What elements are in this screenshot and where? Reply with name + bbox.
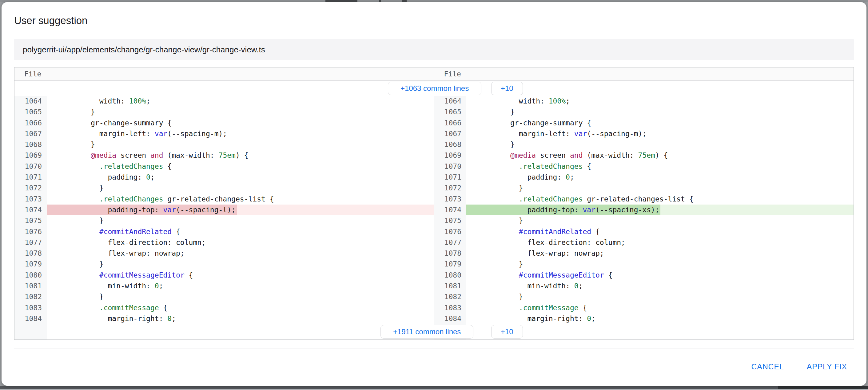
code-text: margin-right: 0; — [65, 314, 176, 323]
code-line-right: #commitMessageEditor { — [466, 270, 854, 281]
code-text: gr-change-summary { — [485, 119, 591, 127]
background-remnant — [402, 0, 407, 2]
code-text: } — [65, 292, 104, 301]
code-line-right: } — [466, 183, 854, 193]
gutter-fill — [14, 324, 47, 339]
line-number-right: 1077 — [434, 237, 466, 248]
code-text: margin-left: var(--spacing-m); — [485, 130, 647, 138]
diff-row: 1074 padding-top: var(--spacing-l);1074 … — [14, 204, 854, 215]
code-line-left: min-width: 0; — [47, 281, 434, 291]
code-line-right: min-width: 0; — [466, 281, 854, 291]
code-text: #commitMessageEditor { — [485, 271, 612, 279]
code-text: min-width: 0; — [485, 282, 583, 290]
code-text: } — [65, 260, 104, 268]
code-text: } — [65, 140, 95, 148]
code-line-right: } — [466, 259, 854, 270]
code-text: #commitMessageEditor { — [65, 271, 193, 279]
diff-row: 1084 margin-right: 0;1084 margin-right: … — [14, 313, 854, 324]
code-text: .commitMessage { — [65, 304, 167, 312]
diff-row: 1081 min-width: 0;1081 min-width: 0; — [14, 281, 854, 291]
code-line-right: flex-direction: column; — [466, 237, 854, 248]
line-number-right: 1072 — [434, 183, 466, 193]
line-number-right: 1065 — [434, 107, 466, 117]
line-number-right: 1080 — [434, 270, 466, 281]
line-number-right: 1064 — [434, 96, 466, 107]
code-line-right: } — [466, 291, 854, 302]
diff-header-left: File — [14, 67, 434, 80]
code-line-left: } — [47, 291, 434, 302]
code-line-right: flex-wrap: nowrap; — [466, 248, 854, 259]
line-number-right: 1079 — [434, 259, 466, 270]
expand-ten-lines-top-button[interactable]: +10 — [491, 82, 523, 95]
code-line-right: } — [466, 139, 854, 150]
diff-row: 1076 #commitAndRelated {1076 #commitAndR… — [14, 226, 854, 237]
diff-row: 1075 }1075 } — [14, 215, 854, 226]
diff-row: 1065 }1065 } — [14, 107, 854, 117]
code-text: .relatedChanges { — [485, 162, 591, 170]
line-number-left: 1069 — [14, 150, 47, 161]
line-number-left: 1071 — [14, 172, 47, 183]
line-number-right: 1066 — [434, 118, 466, 129]
code-line-left: .relatedChanges { — [47, 161, 434, 172]
code-line-left: flex-wrap: nowrap; — [47, 248, 434, 259]
diff-row: 1071 padding: 0;1071 padding: 0; — [14, 172, 854, 183]
code-line-right: .relatedChanges gr-related-changes-list … — [466, 194, 854, 204]
expand-common-lines-bottom-button[interactable]: +1911 common lines — [380, 325, 473, 339]
code-text: } — [65, 184, 104, 192]
code-text: .commitMessage { — [485, 304, 587, 312]
code-text: padding-top: var(--spacing-l); — [65, 206, 236, 214]
code-text: margin-left: var(--spacing-m); — [65, 130, 227, 138]
code-text: flex-wrap: nowrap; — [485, 249, 604, 257]
bottom-context-controls: +1911 common lines +10 — [14, 324, 854, 339]
expand-common-lines-top-button[interactable]: +1063 common lines — [388, 82, 482, 95]
line-number-right: 1067 — [434, 129, 466, 139]
code-text: padding: 0; — [65, 173, 155, 181]
line-number-left: 1075 — [14, 215, 47, 226]
diff-row: 1070 .relatedChanges {1070 .relatedChang… — [14, 161, 854, 172]
line-number-left: 1078 — [14, 248, 47, 259]
code-line-left: } — [47, 215, 434, 226]
code-line-right: padding: 0; — [466, 172, 854, 183]
code-text: } — [485, 140, 515, 148]
code-text: } — [485, 217, 523, 225]
code-text: #commitAndRelated { — [485, 228, 600, 236]
background-remnant — [326, 0, 358, 2]
code-line-left: gr-change-summary { — [47, 118, 434, 129]
code-text: padding-top: var(--spacing-xs); — [485, 206, 659, 214]
line-number-right: 1078 — [434, 248, 466, 259]
line-number-right: 1075 — [434, 215, 466, 226]
line-number-left: 1070 — [14, 161, 47, 172]
code-line-right: margin-left: var(--spacing-m); — [466, 129, 854, 139]
code-text: @media screen and (max-width: 75em) { — [485, 151, 668, 159]
diff-row: 1072 }1072 } — [14, 183, 854, 193]
dialog-title: User suggestion — [14, 2, 854, 27]
code-line-left: @media screen and (max-width: 75em) { — [47, 150, 434, 161]
line-number-left: 1079 — [14, 259, 47, 270]
expand-ten-lines-bottom-button[interactable]: +10 — [491, 325, 523, 339]
code-line-right: .relatedChanges { — [466, 161, 854, 172]
code-line-right: } — [466, 107, 854, 117]
line-number-left: 1072 — [14, 183, 47, 193]
line-number-left: 1082 — [14, 291, 47, 302]
cancel-button[interactable]: CANCEL — [747, 359, 788, 374]
code-line-right: padding-top: var(--spacing-xs); — [466, 204, 854, 215]
code-text: .relatedChanges gr-related-changes-list … — [65, 195, 274, 203]
background-page-top-edge — [0, 0, 868, 2]
user-suggestion-dialog: User suggestion polygerrit-ui/app/elemen… — [2, 2, 866, 386]
line-number-left: 1067 — [14, 129, 47, 139]
line-number-left: 1068 — [14, 139, 47, 150]
diff-row: 1067 margin-left: var(--spacing-m);1067 … — [14, 129, 854, 139]
code-text: } — [485, 184, 523, 192]
code-line-left: } — [47, 183, 434, 193]
apply-fix-button[interactable]: APPLY FIX — [803, 359, 851, 374]
line-number-left: 1084 — [14, 313, 47, 324]
code-line-left: padding-top: var(--spacing-l); — [47, 204, 434, 215]
line-number-right: 1084 — [434, 313, 466, 324]
code-text: } — [65, 108, 95, 116]
diff-row: 1066 gr-change-summary {1066 gr-change-s… — [14, 118, 854, 129]
code-line-right: margin-right: 0; — [466, 313, 854, 324]
code-line-right: gr-change-summary { — [466, 118, 854, 129]
line-number-right: 1068 — [434, 139, 466, 150]
code-text: flex-wrap: nowrap; — [65, 249, 185, 257]
code-line-left: } — [47, 139, 434, 150]
